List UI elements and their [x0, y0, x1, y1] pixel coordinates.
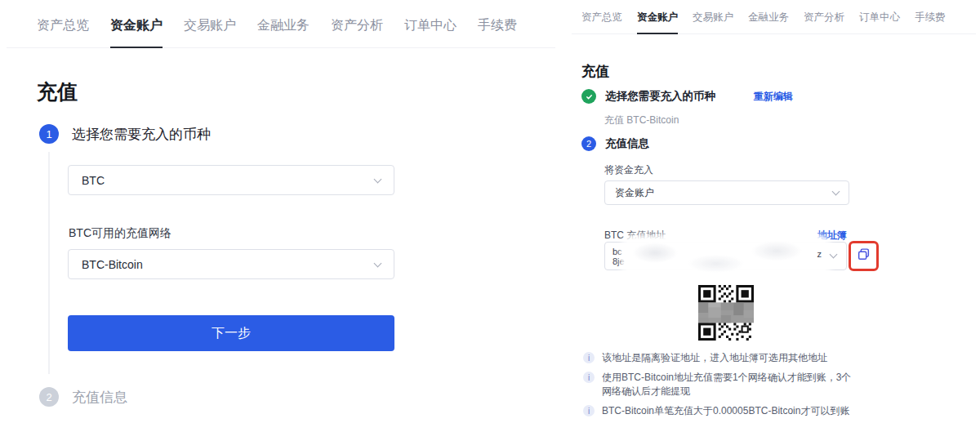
tab-fees[interactable]: 手续费 — [915, 11, 946, 33]
address-blur-overlay — [625, 238, 827, 274]
step1-number-badge: 1 — [39, 124, 59, 144]
tab-financial-services[interactable]: 金融业务 — [748, 11, 789, 33]
info-icon — [583, 352, 595, 363]
tab-trading-account[interactable]: 交易账户 — [184, 17, 236, 47]
tab-order-center[interactable]: 订单中心 — [404, 17, 457, 47]
deposit-address-select[interactable]: bc 8je z — [604, 242, 847, 270]
note-text: 该地址是隔离验证地址，进入地址簿可选用其他地址 — [602, 351, 827, 365]
tab-asset-analysis[interactable]: 资产分析 — [804, 11, 844, 33]
notes-list: 该地址是隔离验证地址，进入地址簿可选用其他地址 使用BTC-Bitcoin地址充… — [583, 351, 861, 424]
currency-select-value: BTC — [82, 174, 105, 187]
page-title: 充值 — [581, 62, 609, 81]
re-edit-link[interactable]: 重新编辑 — [754, 90, 793, 104]
step1-label: 选择您需要充入的币种 — [72, 125, 211, 144]
network-select-value: BTC-Bitcoin — [82, 258, 143, 271]
note-text: BTC-Bitcoin单笔充值大于0.00005BTC-Bitcoin才可以到账 — [602, 404, 849, 418]
deposit-account-label: 将资金充入 — [604, 163, 653, 177]
qr-code — [698, 285, 754, 341]
right-panel: 资产总览 资金账户 交易账户 金融业务 资产分析 订单中心 手续费 充值 选择您… — [572, 0, 976, 432]
deposit-address-suffix: z — [817, 249, 822, 259]
tab-fees[interactable]: 手续费 — [478, 17, 517, 47]
right-tab-bar: 资产总览 资金账户 交易账户 金融业务 资产分析 订单中心 手续费 — [572, 0, 976, 34]
step1-header: 1 选择您需要充入的币种 — [39, 124, 211, 144]
tab-asset-overview[interactable]: 资产总览 — [581, 11, 622, 33]
currency-select[interactable]: BTC — [68, 165, 394, 195]
left-tab-bar: 资产总览 资金账户 交易账户 金融业务 资产分析 订单中心 手续费 — [7, 0, 555, 48]
tab-asset-analysis[interactable]: 资产分析 — [331, 17, 383, 47]
chevron-down-icon — [374, 259, 382, 267]
tab-trading-account[interactable]: 交易账户 — [693, 11, 733, 33]
chevron-down-icon — [374, 175, 382, 183]
step-connector-line — [48, 152, 50, 374]
note-item: BTC-Bitcoin单笔充值大于0.00005BTC-Bitcoin才可以到账 — [583, 404, 861, 418]
chevron-down-icon — [830, 251, 838, 259]
step2-number-badge: 2 — [581, 136, 596, 151]
step1-header-done: 选择您需要充入的币种 重新编辑 — [581, 89, 793, 104]
info-icon — [583, 405, 595, 416]
left-panel: 资产总览 资金账户 交易账户 金融业务 资产分析 订单中心 手续费 充值 1 选… — [0, 0, 555, 432]
note-item: 使用BTC-Bitcoin地址充值需要1个网络确认才能到账，3个网络确认后才能提… — [583, 371, 861, 399]
network-label: BTC可用的充值网络 — [69, 226, 172, 241]
step2-label: 充值信息 — [72, 388, 127, 407]
info-icon — [583, 372, 595, 383]
step2-label: 充值信息 — [605, 136, 649, 151]
chevron-down-icon — [832, 188, 840, 196]
step1-summary: 充值 BTC-Bitcoin — [604, 114, 679, 127]
tab-funding-account[interactable]: 资金账户 — [637, 11, 678, 34]
network-select[interactable]: BTC-Bitcoin — [68, 249, 394, 279]
tab-funding-account[interactable]: 资金账户 — [110, 17, 163, 48]
tab-asset-overview[interactable]: 资产总览 — [37, 17, 89, 47]
copy-icon — [857, 247, 871, 265]
note-item: 该地址是隔离验证地址，进入地址簿可选用其他地址 — [583, 351, 861, 365]
page-title: 充值 — [37, 78, 78, 105]
copy-address-button[interactable] — [849, 241, 879, 271]
next-step-button[interactable]: 下一步 — [68, 315, 394, 351]
deposit-address-text: bc 8je — [612, 247, 625, 266]
step1-label: 选择您需要充入的币种 — [605, 89, 715, 104]
step2-header: 2 充值信息 — [39, 387, 127, 407]
deposit-page: 资产总览 资金账户 交易账户 金融业务 资产分析 订单中心 手续费 充值 1 选… — [0, 0, 980, 432]
note-text: 使用BTC-Bitcoin地址充值需要1个网络确认才能到账，3个网络确认后才能提… — [602, 371, 861, 399]
step2-number-badge: 2 — [39, 387, 59, 407]
deposit-account-value: 资金账户 — [615, 186, 654, 200]
deposit-account-select[interactable]: 资金账户 — [604, 180, 849, 205]
step1-check-icon — [581, 89, 596, 104]
tab-order-center[interactable]: 订单中心 — [859, 11, 900, 33]
step2-header: 2 充值信息 — [581, 136, 649, 151]
tab-financial-services[interactable]: 金融业务 — [257, 17, 310, 47]
